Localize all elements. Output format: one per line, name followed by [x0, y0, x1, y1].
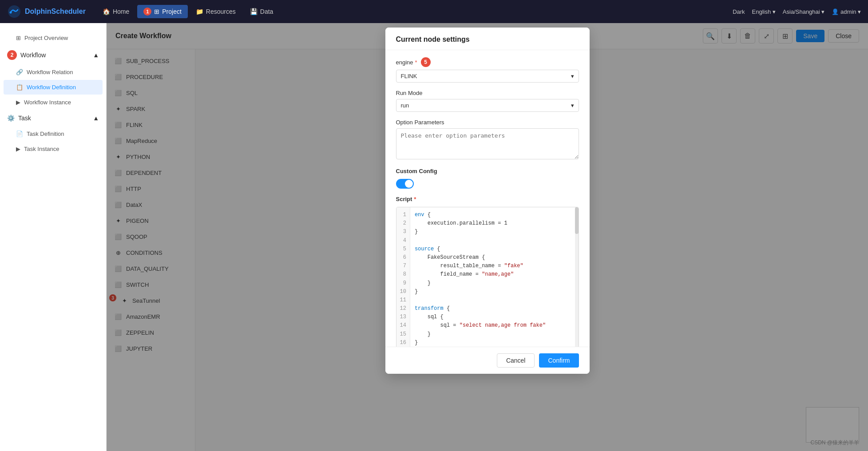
code-line-6: FakeSourceStream { — [415, 253, 574, 262]
engine-label: engine * 5 — [396, 57, 579, 67]
topnav-right: Dark English ▾ Asia/Shanghai ▾ 👤 admin ▾ — [733, 8, 861, 15]
modal-footer: Cancel Confirm — [385, 347, 590, 374]
sidebar-group-workflow[interactable]: 2 Workflow ▲ — [0, 46, 106, 64]
scrollbar[interactable] — [575, 207, 579, 359]
code-line-5: source { — [415, 245, 574, 253]
nav-home[interactable]: 🏠 Home — [96, 5, 135, 18]
custom-config-toggle-wrapper — [396, 179, 579, 189]
modal-body: engine * 5 FLINK ▾ Run Mode — [385, 50, 590, 374]
code-line-13: sql { — [415, 313, 574, 321]
sidebar: ⊞ Project Overview 2 Workflow ▲ 🔗 Workfl… — [0, 23, 107, 451]
cancel-button[interactable]: Cancel — [497, 353, 535, 368]
sidebar-item-task-instance[interactable]: ▶ Task Instance — [4, 142, 103, 156]
logo[interactable]: DolphinScheduler — [7, 4, 86, 19]
task-collapse-icon: ▲ — [93, 115, 99, 122]
nav-resources[interactable]: 📁 Resources — [190, 5, 242, 18]
script-group: Script * 1234 5678 9101112 13141516 17 — [396, 196, 579, 360]
code-line-8: field_name = "name,age" — [415, 270, 574, 279]
code-line-2: execution.parallelism = 1 — [415, 219, 574, 228]
app-name: DolphinScheduler — [25, 8, 86, 16]
run-mode-group: Run Mode run ▾ — [396, 90, 579, 112]
option-params-label: Option Parameters — [396, 119, 579, 126]
user-menu[interactable]: 👤 admin ▾ — [832, 8, 861, 15]
modal-overlay: Current node settings engine * 5 FLINK ▾ — [107, 23, 868, 451]
code-line-1: env { — [415, 211, 574, 219]
option-params-input[interactable] — [396, 128, 579, 159]
nav-items: 🏠 Home 1 ⊞ Project 📁 Resources 💾 Data — [96, 5, 279, 18]
custom-config-label: Custom Config — [396, 168, 579, 174]
workflow-badge: 2 — [7, 50, 17, 60]
code-line-11 — [415, 296, 574, 305]
task-icon: ⚙️ — [7, 115, 15, 122]
modal-dialog: Current node settings engine * 5 FLINK ▾ — [385, 28, 590, 374]
task-definition-icon: 📄 — [16, 131, 23, 137]
scroll-thumb — [575, 207, 579, 234]
engine-required: * — [415, 59, 417, 66]
code-line-7: result_table_name = "fake" — [415, 262, 574, 270]
task-instance-icon: ▶ — [16, 146, 20, 152]
code-line-12: transform { — [415, 305, 574, 313]
run-mode-dropdown-icon: ▾ — [571, 102, 574, 109]
code-line-3: } — [415, 228, 574, 236]
sidebar-item-workflow-instance[interactable]: ▶ Workflow Instance — [4, 95, 103, 110]
custom-config-group: Custom Config — [396, 168, 579, 189]
sidebar-item-project-overview[interactable]: ⊞ Project Overview — [4, 31, 103, 45]
project-badge: 1 — [143, 8, 151, 16]
theme-toggle[interactable]: Dark — [733, 8, 745, 15]
top-navigation: DolphinScheduler 🏠 Home 1 ⊞ Project 📁 Re… — [0, 0, 868, 23]
script-required: * — [414, 196, 416, 202]
workflow-collapse-icon: ▲ — [93, 51, 99, 59]
nav-project[interactable]: 1 ⊞ Project — [137, 5, 188, 18]
confirm-button[interactable]: Confirm — [539, 353, 579, 368]
sidebar-item-task-definition[interactable]: 📄 Task Definition — [4, 127, 103, 141]
sidebar-group-task[interactable]: ⚙️ Task ▲ — [0, 110, 106, 126]
svg-point-1 — [10, 12, 12, 14]
code-line-9: } — [415, 279, 574, 288]
engine-group: engine * 5 FLINK ▾ — [396, 57, 579, 83]
code-line-16: } — [415, 339, 574, 347]
main-layout: ⊞ Project Overview 2 Workflow ▲ 🔗 Workfl… — [0, 23, 868, 451]
sidebar-item-workflow-definition[interactable]: 📋 Workflow Definition — [4, 80, 103, 95]
sidebar-item-workflow-relation[interactable]: 🔗 Workflow Relation — [4, 65, 103, 79]
engine-step-badge: 5 — [421, 57, 431, 67]
project-overview-icon: ⊞ — [16, 35, 21, 41]
code-lines: 1234 5678 9101112 13141516 17 env { exec… — [396, 207, 579, 359]
workflow-definition-icon: 📋 — [16, 84, 23, 91]
custom-config-toggle[interactable] — [396, 179, 414, 189]
modal-header: Current node settings — [385, 28, 590, 50]
toggle-knob — [405, 180, 413, 188]
code-line-15: } — [415, 330, 574, 339]
engine-dropdown-icon: ▾ — [571, 73, 574, 79]
workflow-relation-icon: 🔗 — [16, 69, 23, 75]
code-content: env { execution.parallelism = 1 } source… — [410, 207, 579, 359]
code-line-10: } — [415, 288, 574, 296]
code-line-14: sql = "select name,age from fake" — [415, 321, 574, 330]
option-params-group: Option Parameters — [396, 119, 579, 161]
content-area: Create Workflow 🔍 ⬇ 🗑 ⤢ ⊞ Save Close ⬜ S… — [107, 23, 868, 451]
code-editor[interactable]: 1234 5678 9101112 13141516 17 env { exec… — [396, 207, 579, 360]
run-mode-select[interactable]: run ▾ — [396, 99, 579, 112]
timezone-select[interactable]: Asia/Shanghai ▾ — [783, 8, 824, 15]
svg-point-0 — [8, 5, 20, 18]
workflow-instance-icon: ▶ — [16, 99, 20, 106]
code-line-4 — [415, 237, 574, 245]
run-mode-label: Run Mode — [396, 90, 579, 96]
modal-title: Current node settings — [396, 36, 470, 43]
nav-data[interactable]: 💾 Data — [244, 5, 280, 18]
language-select[interactable]: English ▾ — [752, 8, 776, 15]
line-numbers: 1234 5678 9101112 13141516 17 — [396, 207, 410, 359]
script-label: Script * — [396, 196, 579, 202]
engine-select[interactable]: FLINK ▾ — [396, 70, 579, 83]
